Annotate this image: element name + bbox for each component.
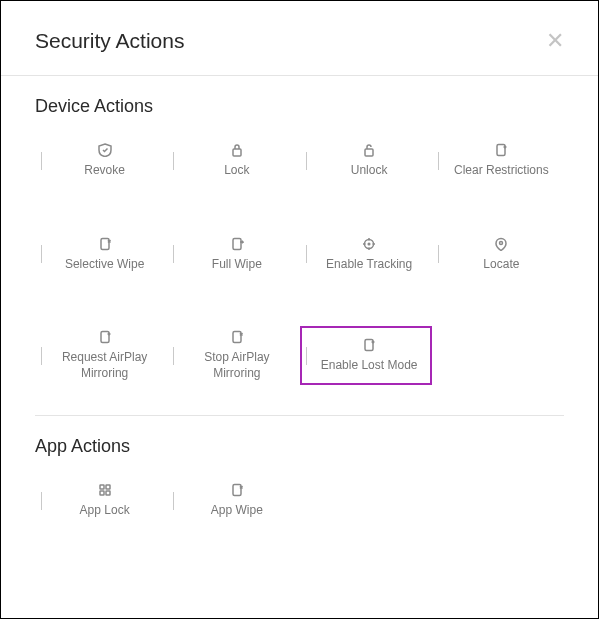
app-actions-section: App Actions App Lock App Wipe <box>1 416 598 549</box>
divider <box>173 245 174 263</box>
action-app-wipe[interactable]: App Wipe <box>167 479 299 523</box>
action-label: Clear Restrictions <box>454 163 549 179</box>
divider <box>173 492 174 510</box>
action-body: Clear Restrictions <box>445 143 558 179</box>
app-actions-grid: App Lock App Wipe <box>35 479 564 549</box>
action-label: Revoke <box>84 163 125 179</box>
action-label: Full Wipe <box>212 257 262 273</box>
action-clear-restrictions[interactable]: Clear Restrictions <box>432 139 564 183</box>
action-body: App Lock <box>48 483 161 519</box>
action-request-airplay[interactable]: Request AirPlay Mirroring <box>35 326 167 385</box>
action-body: Lock <box>180 143 293 179</box>
action-body: Locate <box>445 237 558 273</box>
divider <box>438 245 439 263</box>
action-label: Selective Wipe <box>65 257 144 273</box>
action-body: Enable Tracking <box>313 237 426 273</box>
divider <box>306 152 307 170</box>
action-label: App Lock <box>80 503 130 519</box>
action-label: Unlock <box>351 163 388 179</box>
divider <box>306 245 307 263</box>
lock-icon <box>230 143 244 157</box>
phone-cross-icon <box>230 483 244 497</box>
phone-cross-icon <box>230 330 244 344</box>
apps-icon <box>98 483 112 497</box>
divider <box>41 492 42 510</box>
action-body: Full Wipe <box>180 237 293 273</box>
phone-plus-icon <box>98 330 112 344</box>
modal-title: Security Actions <box>35 29 184 53</box>
phone-plus-icon <box>362 338 376 352</box>
divider <box>173 152 174 170</box>
phone-plus-icon <box>494 143 508 157</box>
action-label: Locate <box>483 257 519 273</box>
action-label: Stop AirPlay Mirroring <box>180 350 293 381</box>
action-body: Revoke <box>48 143 161 179</box>
divider <box>41 245 42 263</box>
action-full-wipe[interactable]: Full Wipe <box>167 233 299 277</box>
divider <box>41 152 42 170</box>
action-stop-airplay[interactable]: Stop AirPlay Mirroring <box>167 326 299 385</box>
action-label: Enable Tracking <box>326 257 412 273</box>
action-enable-lost-mode[interactable]: Enable Lost Mode <box>300 326 432 385</box>
divider <box>41 347 42 365</box>
action-revoke[interactable]: Revoke <box>35 139 167 183</box>
phone-arrow-icon <box>230 237 244 251</box>
device-actions-title: Device Actions <box>35 96 564 117</box>
action-selective-wipe[interactable]: Selective Wipe <box>35 233 167 277</box>
target-icon <box>362 237 376 251</box>
action-lock[interactable]: Lock <box>167 139 299 183</box>
action-label: Enable Lost Mode <box>321 358 418 374</box>
pin-icon <box>494 237 508 251</box>
shield-check-icon <box>98 143 112 157</box>
action-label: Lock <box>224 163 249 179</box>
action-app-lock[interactable]: App Lock <box>35 479 167 523</box>
action-label: App Wipe <box>211 503 263 519</box>
device-actions-section: Device Actions Revoke Lock Unlock <box>1 76 598 411</box>
action-body: Stop AirPlay Mirroring <box>180 330 293 381</box>
action-locate[interactable]: Locate <box>432 233 564 277</box>
close-icon[interactable]: ✕ <box>546 30 564 52</box>
action-body: Request AirPlay Mirroring <box>48 330 161 381</box>
app-actions-title: App Actions <box>35 436 564 457</box>
phone-cross-icon <box>98 237 112 251</box>
divider <box>306 347 307 365</box>
divider <box>173 347 174 365</box>
action-label: Request AirPlay Mirroring <box>48 350 161 381</box>
action-body: Unlock <box>313 143 426 179</box>
divider <box>438 152 439 170</box>
device-actions-grid: Revoke Lock Unlock Clear Restrictions <box>35 139 564 411</box>
action-body: App Wipe <box>180 483 293 519</box>
unlock-icon <box>362 143 376 157</box>
action-enable-tracking[interactable]: Enable Tracking <box>300 233 432 277</box>
action-body: Enable Lost Mode <box>313 338 426 374</box>
modal-header: Security Actions ✕ <box>1 1 598 75</box>
action-body: Selective Wipe <box>48 237 161 273</box>
action-unlock[interactable]: Unlock <box>300 139 432 183</box>
